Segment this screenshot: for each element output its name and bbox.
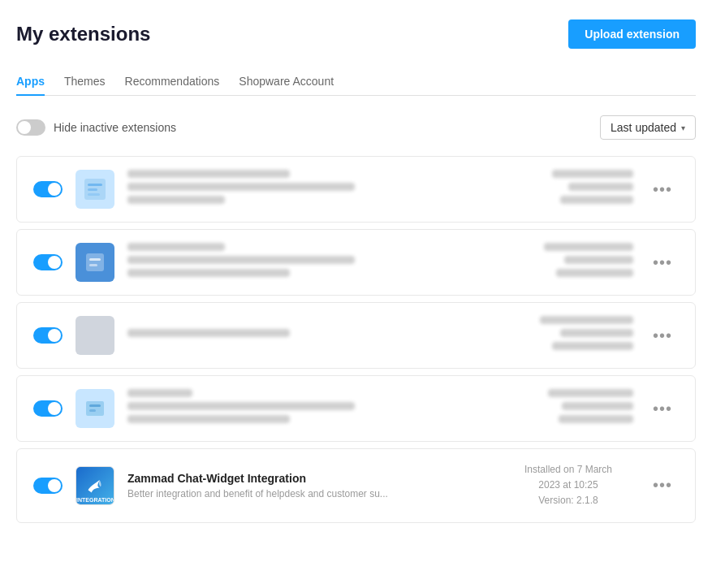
extension-info: Zammad Chat-Widget Integration Better in… — [127, 472, 503, 499]
meta-blur-2 — [560, 329, 633, 337]
extension-icon-zammad: INTEGRATION — [76, 466, 114, 505]
sort-dropdown[interactable]: Last updated ▾ — [600, 115, 696, 140]
svg-rect-9 — [89, 409, 96, 412]
meta-blur-1 — [552, 170, 633, 178]
desc-blur-1 — [127, 402, 355, 410]
chevron-down-icon: ▾ — [681, 123, 685, 132]
extension-meta — [503, 170, 633, 209]
meta-blur-1 — [544, 243, 633, 251]
desc-blur-1 — [127, 183, 355, 191]
tab-themes[interactable]: Themes — [64, 68, 106, 96]
extension-card: ••• — [16, 229, 696, 296]
tab-apps[interactable]: Apps — [16, 68, 45, 96]
installed-line1: Installed on 7 March — [524, 464, 612, 475]
svg-rect-4 — [86, 253, 104, 271]
upload-extension-button[interactable]: Upload extension — [568, 19, 696, 49]
name-blur — [127, 243, 225, 251]
meta-blur-3 — [560, 196, 633, 204]
more-options-button[interactable]: ••• — [646, 177, 679, 202]
extension-name: Zammad Chat-Widget Integration — [127, 472, 503, 485]
svg-rect-3 — [88, 193, 100, 196]
extension-meta — [503, 316, 633, 355]
meta-blur-3 — [552, 342, 633, 350]
extension-toggle[interactable] — [33, 400, 63, 417]
extension-toggle[interactable] — [33, 254, 63, 270]
extensions-list: ••• ••• — [16, 156, 696, 530]
zammad-logo-bg: INTEGRATION — [76, 467, 114, 504]
more-options-button[interactable]: ••• — [646, 323, 679, 348]
extension-card: ••• — [16, 302, 696, 369]
hide-inactive-label: Hide inactive extensions — [54, 121, 176, 134]
meta-blur-2 — [564, 256, 633, 264]
hide-inactive-toggle[interactable] — [16, 119, 45, 136]
svg-rect-6 — [89, 264, 97, 266]
extension-icon — [76, 170, 114, 209]
meta-blur-1 — [540, 316, 633, 324]
installed-line2: 2023 at 10:25 — [538, 479, 598, 491]
svg-rect-2 — [88, 188, 97, 191]
extension-icon — [76, 389, 114, 428]
tabs-bar: Apps Themes Recommendations Shopware Acc… — [16, 68, 696, 96]
extension-info — [127, 243, 503, 282]
desc-blur-2 — [127, 415, 290, 423]
tab-shopware-account[interactable]: Shopware Account — [239, 68, 334, 96]
extension-info — [127, 170, 503, 209]
extension-meta — [503, 389, 633, 428]
sort-label: Last updated — [611, 121, 676, 134]
svg-rect-7 — [86, 401, 104, 416]
extension-toggle[interactable] — [33, 181, 63, 197]
desc-blur-2 — [127, 196, 225, 204]
extension-card: ••• — [16, 156, 696, 223]
extension-icon — [76, 316, 114, 355]
svg-rect-5 — [89, 258, 101, 261]
svg-rect-1 — [88, 184, 102, 186]
meta-blur-2 — [562, 402, 633, 410]
more-options-button[interactable]: ••• — [646, 250, 679, 275]
extension-info — [127, 389, 503, 428]
name-blur — [127, 389, 192, 397]
extension-card: ••• — [16, 375, 696, 442]
zammad-label: INTEGRATION — [76, 497, 114, 503]
version-line: Version: 2.1.8 — [538, 495, 598, 506]
extension-info — [127, 329, 503, 342]
placeholder-icon — [83, 250, 107, 275]
desc-blur-1 — [127, 256, 355, 264]
extension-desc: Better integration and benefit of helpde… — [127, 488, 503, 499]
page-container: My extensions Upload extension Apps Them… — [0, 0, 712, 549]
toolbar: Hide inactive extensions Last updated ▾ — [16, 115, 696, 140]
meta-blur-1 — [548, 389, 633, 397]
svg-rect-8 — [89, 404, 101, 407]
extension-toggle[interactable] — [33, 327, 63, 344]
placeholder-icon — [83, 396, 107, 421]
name-blur — [127, 329, 290, 337]
more-options-button[interactable]: ••• — [646, 473, 679, 498]
meta-blur-3 — [556, 269, 633, 277]
page-title: My extensions — [16, 23, 150, 45]
more-options-button[interactable]: ••• — [646, 396, 679, 422]
meta-blur-3 — [559, 415, 633, 423]
extension-meta: Installed on 7 March 2023 at 10:25 Versi… — [503, 462, 633, 509]
name-blur — [127, 170, 290, 178]
extension-icon — [76, 243, 114, 282]
desc-blur-2 — [127, 269, 290, 277]
extension-meta — [503, 243, 633, 282]
extension-meta-text: Installed on 7 March 2023 at 10:25 Versi… — [503, 462, 633, 509]
extension-card-zammad: INTEGRATION Zammad Chat-Widget Integrati… — [16, 448, 696, 523]
hide-inactive-group: Hide inactive extensions — [16, 119, 176, 136]
placeholder-icon — [83, 177, 107, 201]
meta-blur-2 — [568, 183, 633, 191]
zammad-bird-icon — [84, 474, 106, 497]
extension-toggle[interactable] — [33, 478, 63, 494]
tab-recommendations[interactable]: Recommendations — [125, 68, 220, 96]
page-header: My extensions Upload extension — [16, 19, 696, 49]
